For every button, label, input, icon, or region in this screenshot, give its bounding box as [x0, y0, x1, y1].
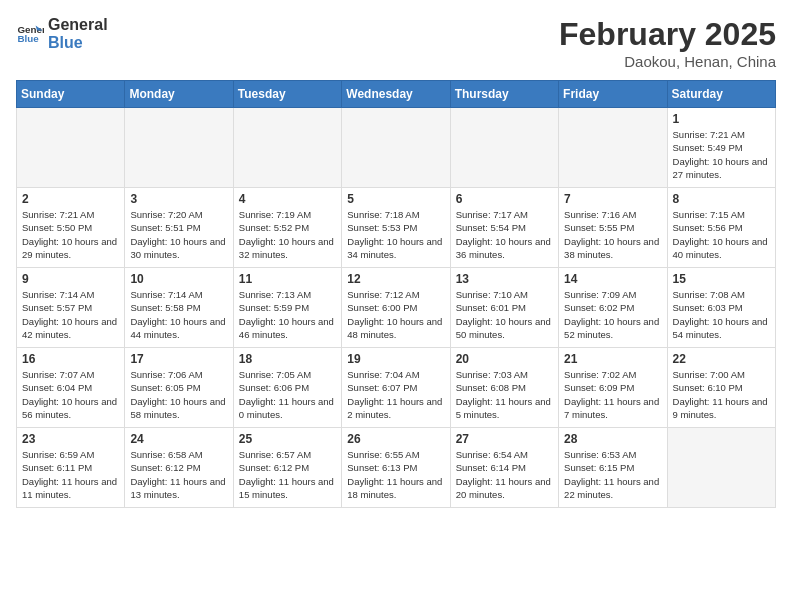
weekday-header-tuesday: Tuesday: [233, 81, 341, 108]
day-number: 18: [239, 352, 336, 366]
day-number: 26: [347, 432, 444, 446]
day-info: Sunrise: 7:20 AM Sunset: 5:51 PM Dayligh…: [130, 208, 227, 261]
week-row-1: 1Sunrise: 7:21 AM Sunset: 5:49 PM Daylig…: [17, 108, 776, 188]
day-cell: [17, 108, 125, 188]
page-header: General Blue General Blue February 2025 …: [16, 16, 776, 70]
weekday-header-saturday: Saturday: [667, 81, 775, 108]
weekday-header-wednesday: Wednesday: [342, 81, 450, 108]
day-cell: 12Sunrise: 7:12 AM Sunset: 6:00 PM Dayli…: [342, 268, 450, 348]
logo: General Blue General Blue: [16, 16, 108, 51]
day-cell: 25Sunrise: 6:57 AM Sunset: 6:12 PM Dayli…: [233, 428, 341, 508]
day-info: Sunrise: 7:02 AM Sunset: 6:09 PM Dayligh…: [564, 368, 661, 421]
day-cell: 26Sunrise: 6:55 AM Sunset: 6:13 PM Dayli…: [342, 428, 450, 508]
day-number: 22: [673, 352, 770, 366]
day-number: 5: [347, 192, 444, 206]
day-number: 24: [130, 432, 227, 446]
day-info: Sunrise: 7:00 AM Sunset: 6:10 PM Dayligh…: [673, 368, 770, 421]
day-info: Sunrise: 7:21 AM Sunset: 5:49 PM Dayligh…: [673, 128, 770, 181]
day-number: 23: [22, 432, 119, 446]
day-info: Sunrise: 7:18 AM Sunset: 5:53 PM Dayligh…: [347, 208, 444, 261]
day-cell: 22Sunrise: 7:00 AM Sunset: 6:10 PM Dayli…: [667, 348, 775, 428]
day-cell: 7Sunrise: 7:16 AM Sunset: 5:55 PM Daylig…: [559, 188, 667, 268]
day-number: 4: [239, 192, 336, 206]
day-info: Sunrise: 7:04 AM Sunset: 6:07 PM Dayligh…: [347, 368, 444, 421]
day-cell: 13Sunrise: 7:10 AM Sunset: 6:01 PM Dayli…: [450, 268, 558, 348]
day-number: 19: [347, 352, 444, 366]
day-number: 16: [22, 352, 119, 366]
logo-line1: General: [48, 16, 108, 34]
day-info: Sunrise: 7:14 AM Sunset: 5:58 PM Dayligh…: [130, 288, 227, 341]
day-info: Sunrise: 7:21 AM Sunset: 5:50 PM Dayligh…: [22, 208, 119, 261]
day-cell: 8Sunrise: 7:15 AM Sunset: 5:56 PM Daylig…: [667, 188, 775, 268]
day-info: Sunrise: 6:59 AM Sunset: 6:11 PM Dayligh…: [22, 448, 119, 501]
day-number: 20: [456, 352, 553, 366]
day-info: Sunrise: 7:08 AM Sunset: 6:03 PM Dayligh…: [673, 288, 770, 341]
day-number: 21: [564, 352, 661, 366]
day-number: 6: [456, 192, 553, 206]
day-cell: 20Sunrise: 7:03 AM Sunset: 6:08 PM Dayli…: [450, 348, 558, 428]
day-cell: 17Sunrise: 7:06 AM Sunset: 6:05 PM Dayli…: [125, 348, 233, 428]
day-number: 2: [22, 192, 119, 206]
day-cell: [450, 108, 558, 188]
day-cell: 11Sunrise: 7:13 AM Sunset: 5:59 PM Dayli…: [233, 268, 341, 348]
day-cell: 16Sunrise: 7:07 AM Sunset: 6:04 PM Dayli…: [17, 348, 125, 428]
day-info: Sunrise: 7:16 AM Sunset: 5:55 PM Dayligh…: [564, 208, 661, 261]
day-cell: [125, 108, 233, 188]
day-number: 27: [456, 432, 553, 446]
day-cell: 5Sunrise: 7:18 AM Sunset: 5:53 PM Daylig…: [342, 188, 450, 268]
day-number: 8: [673, 192, 770, 206]
location: Daokou, Henan, China: [559, 53, 776, 70]
title-block: February 2025 Daokou, Henan, China: [559, 16, 776, 70]
day-info: Sunrise: 7:10 AM Sunset: 6:01 PM Dayligh…: [456, 288, 553, 341]
day-number: 9: [22, 272, 119, 286]
logo-line2: Blue: [48, 34, 108, 52]
day-info: Sunrise: 6:53 AM Sunset: 6:15 PM Dayligh…: [564, 448, 661, 501]
weekday-header-row: SundayMondayTuesdayWednesdayThursdayFrid…: [17, 81, 776, 108]
day-number: 1: [673, 112, 770, 126]
day-cell: [667, 428, 775, 508]
day-info: Sunrise: 6:55 AM Sunset: 6:13 PM Dayligh…: [347, 448, 444, 501]
day-info: Sunrise: 7:15 AM Sunset: 5:56 PM Dayligh…: [673, 208, 770, 261]
day-number: 17: [130, 352, 227, 366]
weekday-header-thursday: Thursday: [450, 81, 558, 108]
day-info: Sunrise: 7:13 AM Sunset: 5:59 PM Dayligh…: [239, 288, 336, 341]
weekday-header-monday: Monday: [125, 81, 233, 108]
week-row-2: 2Sunrise: 7:21 AM Sunset: 5:50 PM Daylig…: [17, 188, 776, 268]
day-info: Sunrise: 7:14 AM Sunset: 5:57 PM Dayligh…: [22, 288, 119, 341]
day-cell: 10Sunrise: 7:14 AM Sunset: 5:58 PM Dayli…: [125, 268, 233, 348]
day-number: 3: [130, 192, 227, 206]
day-info: Sunrise: 7:03 AM Sunset: 6:08 PM Dayligh…: [456, 368, 553, 421]
day-info: Sunrise: 6:54 AM Sunset: 6:14 PM Dayligh…: [456, 448, 553, 501]
day-number: 15: [673, 272, 770, 286]
day-number: 11: [239, 272, 336, 286]
day-cell: 28Sunrise: 6:53 AM Sunset: 6:15 PM Dayli…: [559, 428, 667, 508]
day-cell: 4Sunrise: 7:19 AM Sunset: 5:52 PM Daylig…: [233, 188, 341, 268]
day-info: Sunrise: 7:09 AM Sunset: 6:02 PM Dayligh…: [564, 288, 661, 341]
week-row-5: 23Sunrise: 6:59 AM Sunset: 6:11 PM Dayli…: [17, 428, 776, 508]
week-row-3: 9Sunrise: 7:14 AM Sunset: 5:57 PM Daylig…: [17, 268, 776, 348]
day-info: Sunrise: 6:58 AM Sunset: 6:12 PM Dayligh…: [130, 448, 227, 501]
day-info: Sunrise: 7:17 AM Sunset: 5:54 PM Dayligh…: [456, 208, 553, 261]
day-number: 12: [347, 272, 444, 286]
day-info: Sunrise: 7:05 AM Sunset: 6:06 PM Dayligh…: [239, 368, 336, 421]
day-number: 10: [130, 272, 227, 286]
month-title: February 2025: [559, 16, 776, 53]
day-number: 28: [564, 432, 661, 446]
day-cell: 21Sunrise: 7:02 AM Sunset: 6:09 PM Dayli…: [559, 348, 667, 428]
day-cell: 24Sunrise: 6:58 AM Sunset: 6:12 PM Dayli…: [125, 428, 233, 508]
day-cell: 19Sunrise: 7:04 AM Sunset: 6:07 PM Dayli…: [342, 348, 450, 428]
day-number: 14: [564, 272, 661, 286]
day-info: Sunrise: 7:07 AM Sunset: 6:04 PM Dayligh…: [22, 368, 119, 421]
svg-text:Blue: Blue: [17, 33, 39, 44]
day-cell: [342, 108, 450, 188]
day-number: 7: [564, 192, 661, 206]
day-cell: 9Sunrise: 7:14 AM Sunset: 5:57 PM Daylig…: [17, 268, 125, 348]
day-number: 25: [239, 432, 336, 446]
calendar: SundayMondayTuesdayWednesdayThursdayFrid…: [16, 80, 776, 508]
day-cell: 14Sunrise: 7:09 AM Sunset: 6:02 PM Dayli…: [559, 268, 667, 348]
day-number: 13: [456, 272, 553, 286]
weekday-header-sunday: Sunday: [17, 81, 125, 108]
day-info: Sunrise: 7:19 AM Sunset: 5:52 PM Dayligh…: [239, 208, 336, 261]
day-cell: [559, 108, 667, 188]
weekday-header-friday: Friday: [559, 81, 667, 108]
